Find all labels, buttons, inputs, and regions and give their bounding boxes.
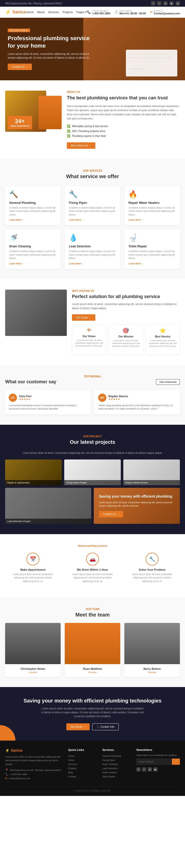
footer-service-3[interactable]: Drain Cleaning bbox=[102, 762, 131, 766]
check-icon-3: ✅ bbox=[67, 134, 70, 138]
team-member-2: Ryan Matthew Plumber bbox=[65, 623, 120, 677]
footer-service-1[interactable]: General Plumbing bbox=[102, 754, 131, 758]
nav-about[interactable]: About bbox=[37, 10, 45, 14]
footer-link-home[interactable]: Home bbox=[68, 754, 97, 758]
header-email: ✉ Email Us Contact@sanica.com bbox=[150, 9, 180, 15]
facebook-icon[interactable]: f bbox=[151, 1, 155, 5]
team-info-1: Christopher Nolan Founder bbox=[5, 664, 61, 677]
testimonial-user-1: CF Clara Finn ★★★★★ bbox=[9, 394, 87, 402]
footer: ⚡ Sanica Lorem ipsum dolor sit amet cons… bbox=[0, 741, 185, 796]
hours-text: Mon-Fri: 08:00 - 06:00 bbox=[119, 12, 146, 15]
service-toilet-repair-link[interactable]: Learn More → bbox=[128, 262, 176, 265]
view-testimonial-button[interactable]: View Testimonial bbox=[156, 379, 180, 385]
service-leak-detection: 💧 Leak Detection Ut labore et dolore mag… bbox=[65, 229, 120, 269]
project-fixing: Fixing Pipes Project bbox=[64, 460, 121, 485]
twitter-icon[interactable]: t bbox=[157, 1, 161, 5]
service-water-heaters-link[interactable]: Learn More → bbox=[128, 219, 176, 221]
linkedin-icon[interactable]: in bbox=[163, 1, 168, 5]
cta-quote-button[interactable]: Get Quote → bbox=[66, 723, 90, 730]
why-image-container bbox=[5, 289, 67, 336]
services-grid: 🔨 General Plumbing Ut labore et dolore m… bbox=[5, 186, 180, 269]
testimonial-user-2: BD Bogdan Stanciu ★★★★★ bbox=[98, 394, 176, 402]
avatar-2: BD bbox=[98, 394, 106, 402]
service-fixing-pipes-link[interactable]: Learn More → bbox=[69, 219, 116, 221]
footer-email-icon: ✉ bbox=[5, 777, 7, 780]
footer-service-6[interactable]: Toilet Repair bbox=[102, 775, 131, 779]
footer-link-about[interactable]: About bbox=[68, 758, 97, 762]
footer-address-text: 480 Esperanza Ave 4th, Planing, Indonesi… bbox=[10, 769, 61, 772]
hero-cta-button[interactable]: Contact Us → bbox=[8, 64, 32, 70]
youtube-icon[interactable]: ▶ bbox=[170, 1, 174, 5]
process-step-2: 🚗 We Drive Within 1 Hour Lorem ipsum dol… bbox=[65, 549, 120, 587]
service-general-plumbing-desc: Ut labore et dolore magna aliqua. Ut eni… bbox=[9, 206, 57, 217]
team-section: OUR TEAM Meet the team Christopher Nolan… bbox=[0, 597, 185, 687]
about-more-button[interactable]: More About Us → bbox=[67, 142, 95, 149]
cta-contact-button[interactable]: 📞 Contact Info bbox=[92, 723, 119, 730]
nav-services[interactable]: Services bbox=[48, 10, 59, 14]
testimonial-text-1: I recommend plumbing service to everyone… bbox=[9, 404, 87, 411]
stars-1: ★★★★★ bbox=[19, 398, 32, 401]
service-drain-cleaning-link[interactable]: Learn More → bbox=[9, 262, 57, 265]
service-water-heaters-desc: Ut labore et dolore magna aliqua. Ut eni… bbox=[128, 206, 176, 217]
nav-projects[interactable]: Projects bbox=[63, 10, 73, 14]
process-step-1-desc: Lorem ipsum dolor sit amet consectetur a… bbox=[9, 573, 57, 583]
testimonial-header: What our customer say View Testimonial bbox=[5, 379, 180, 385]
why-quote-button[interactable]: Get Quote → bbox=[72, 314, 95, 321]
mission-icon: 🎯 bbox=[112, 328, 140, 334]
cta-description: Lorem ipsum dolor sit amet, consectetur … bbox=[41, 707, 144, 718]
topbar: 480 Esperanza Ave 4th, Planing, Indonesi… bbox=[0, 0, 185, 7]
drain-cleaning-icon: 🚿 bbox=[9, 234, 57, 242]
project-kitchen: Repair Kitchen Drains bbox=[123, 460, 180, 485]
footer-link-services[interactable]: Services bbox=[68, 762, 97, 766]
services-tag: OUR SERVICES bbox=[5, 169, 180, 172]
service-fixing-pipes-desc: Ut labore et dolore magna aliqua. Ut eni… bbox=[69, 206, 116, 217]
testimonial-cards: CF Clara Finn ★★★★★ I recommend plumbing… bbox=[5, 390, 180, 414]
user-info-2: Bogdan Stanciu ★★★★★ bbox=[108, 395, 128, 401]
footer-service-2[interactable]: Fixing Pipes bbox=[102, 758, 131, 762]
nav-home[interactable]: Home bbox=[26, 10, 33, 14]
service-leak-detection-link[interactable]: Learn More → bbox=[69, 262, 116, 265]
footer-link-blog[interactable]: Blog bbox=[68, 770, 97, 775]
footer-facebook-icon[interactable]: f bbox=[137, 767, 141, 772]
why-image bbox=[5, 289, 67, 336]
hero-testimonial-author: James Sullivan bbox=[129, 67, 174, 71]
footer-link-contact[interactable]: Contact bbox=[68, 775, 97, 779]
cta-banner: Saving your money with efficient plumbin… bbox=[0, 687, 185, 741]
newsletter-submit-button[interactable]: → bbox=[172, 758, 180, 765]
footer-twitter-icon[interactable]: t bbox=[142, 767, 146, 772]
phone-icon: 📞 bbox=[87, 10, 91, 14]
topbar-left: 480 Esperanza Ave 4th, Planing, Indonesi… bbox=[5, 2, 62, 5]
process-step-2-desc: Lorem ipsum dolor sit amet consectetur a… bbox=[69, 573, 116, 583]
projects-section: OUR PROJECT Our latest projects Lorem ip… bbox=[0, 425, 185, 534]
footer-service-4[interactable]: Leak Detection bbox=[102, 766, 131, 770]
service-drain-cleaning-desc: Ut labore et dolore magna aliqua. Ut eni… bbox=[9, 250, 57, 260]
footer-service-5[interactable]: Water Heaters bbox=[102, 770, 131, 775]
hero-content: WE ARE SANICA Professional plumbing serv… bbox=[8, 28, 92, 70]
footer-youtube-icon[interactable]: ▶ bbox=[153, 767, 157, 772]
about-years-label: Years Experience bbox=[10, 125, 30, 127]
stars-2: ★★★★★ bbox=[108, 398, 128, 401]
nav-pages[interactable]: Pages ▾ bbox=[76, 10, 86, 14]
footer-link-projects[interactable]: Projects bbox=[68, 766, 97, 770]
email-label: Email Us bbox=[154, 9, 180, 12]
logo[interactable]: ⚡ Sanica bbox=[5, 9, 26, 15]
team-name-1: Christopher Nolan bbox=[8, 667, 58, 670]
service-general-plumbing-link[interactable]: Learn More → bbox=[9, 219, 57, 221]
newsletter-input[interactable] bbox=[137, 758, 172, 765]
project-leak-image bbox=[5, 488, 91, 524]
footer-logo-text: Sanica bbox=[11, 748, 22, 752]
footer-services-col: Services General Plumbing Fixing Pipes D… bbox=[102, 748, 131, 781]
about-check-2: ✅500+ Plumbing projects done bbox=[67, 129, 180, 133]
hero-title: Professional plumbing service for your h… bbox=[8, 35, 92, 50]
why-section: WHY CHOOSE US Perfect solution for all p… bbox=[0, 279, 185, 365]
service-leak-detection-title: Leak Detection bbox=[69, 245, 116, 248]
solve-icon: 🔧 bbox=[146, 553, 158, 565]
mission-desc: Lorem ipsum dolor sit amet consectetur a… bbox=[112, 339, 140, 348]
footer-linkedin-icon[interactable]: in bbox=[148, 767, 152, 772]
project-featured-button[interactable]: Contact Us → bbox=[99, 511, 123, 518]
project-repair: Repair & replacement bbox=[5, 460, 62, 485]
hero-description: Lorem ipsum dolor sit amet, consectetur … bbox=[8, 52, 92, 60]
phone-label: Phone Number bbox=[92, 9, 110, 12]
instagram-icon[interactable]: ig bbox=[176, 1, 180, 5]
footer-logo: ⚡ Sanica bbox=[5, 748, 63, 752]
